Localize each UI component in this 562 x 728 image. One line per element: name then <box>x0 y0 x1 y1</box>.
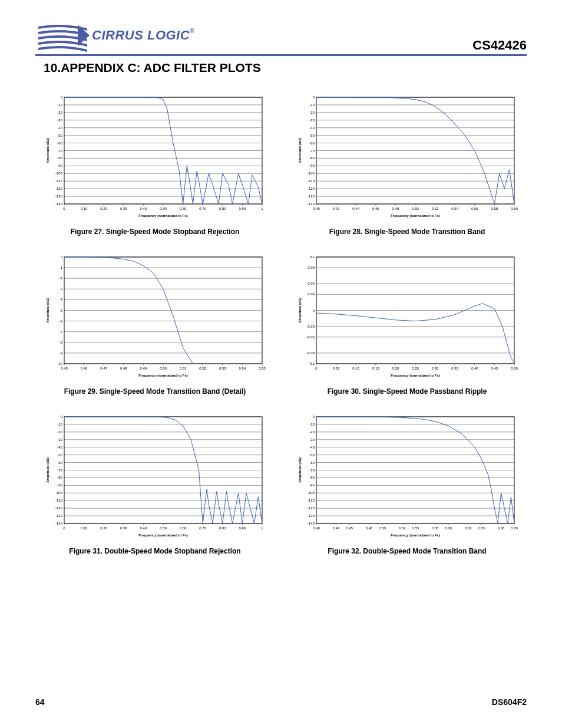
svg-text:0.80: 0.80 <box>219 526 226 530</box>
svg-text:Amplitude (dB): Amplitude (dB) <box>298 457 302 483</box>
svg-text:0.52: 0.52 <box>432 207 439 210</box>
svg-text:-50: -50 <box>309 134 315 137</box>
svg-text:0.50: 0.50 <box>160 526 167 530</box>
svg-text:Frequency (normalized to Fs): Frequency (normalized to Fs) <box>138 374 188 377</box>
svg-text:1: 1 <box>261 207 263 210</box>
svg-text:-50: -50 <box>57 453 62 457</box>
svg-text:-80: -80 <box>57 476 62 479</box>
svg-text:0.05: 0.05 <box>333 367 340 370</box>
svg-text:-10: -10 <box>57 103 62 107</box>
svg-text:0.42: 0.42 <box>333 207 340 210</box>
svg-text:-1: -1 <box>59 266 63 269</box>
svg-text:0.05: 0.05 <box>308 282 315 285</box>
figure-32-caption: Figure 32. Double-Speed Mode Transition … <box>289 547 525 555</box>
svg-text:-70: -70 <box>309 149 315 153</box>
svg-text:0.52: 0.52 <box>199 367 206 370</box>
svg-text:-90: -90 <box>309 483 315 487</box>
svg-text:0: 0 <box>61 95 63 99</box>
svg-text:0: 0 <box>63 207 65 210</box>
svg-text:-0.03: -0.03 <box>306 325 315 328</box>
svg-text:-140: -140 <box>308 202 315 206</box>
svg-text:-40: -40 <box>57 446 62 449</box>
svg-text:0.40: 0.40 <box>313 526 320 530</box>
svg-text:-10: -10 <box>57 362 62 365</box>
svg-text:0.80: 0.80 <box>219 207 226 210</box>
svg-text:-110: -110 <box>308 179 315 183</box>
svg-text:-10: -10 <box>57 423 62 426</box>
svg-text:0: 0 <box>61 255 63 259</box>
svg-text:0.44: 0.44 <box>352 207 359 210</box>
svg-text:-110: -110 <box>308 499 315 502</box>
figure-31: 0-10-20-30-40-50-60-70-80-90-100-110-120… <box>37 412 273 555</box>
svg-text:-30: -30 <box>57 438 62 442</box>
svg-text:0.10: 0.10 <box>352 367 359 370</box>
page-header: CIRRUS LOGIC® CS42426 <box>35 18 527 56</box>
svg-text:-60: -60 <box>57 461 62 465</box>
svg-text:-130: -130 <box>308 195 315 198</box>
svg-text:-80: -80 <box>309 476 315 479</box>
svg-text:0.60: 0.60 <box>180 526 187 530</box>
svg-text:-80: -80 <box>309 156 315 160</box>
svg-text:0.35: 0.35 <box>451 367 458 370</box>
svg-text:0.50: 0.50 <box>412 207 419 210</box>
doc-id: DS604F2 <box>492 697 527 707</box>
svg-text:0.1: 0.1 <box>310 255 315 259</box>
charts-grid: 0-10-20-30-40-50-60-70-80-90-100-110-120… <box>35 93 527 555</box>
svg-text:-50: -50 <box>309 453 315 457</box>
svg-text:-40: -40 <box>309 446 315 449</box>
figure-27-caption: Figure 27. Single-Speed Mode Stopband Re… <box>37 228 273 236</box>
svg-text:0.63: 0.63 <box>465 526 472 530</box>
svg-text:Amplitude (dB): Amplitude (dB) <box>46 457 49 483</box>
svg-text:-120: -120 <box>308 187 315 190</box>
svg-text:Amplitude (dB): Amplitude (dB) <box>46 138 49 163</box>
svg-text:0.46: 0.46 <box>81 367 88 370</box>
svg-text:0.08: 0.08 <box>308 266 315 269</box>
svg-text:0.54: 0.54 <box>239 367 246 370</box>
svg-text:0.65: 0.65 <box>478 526 485 530</box>
svg-text:-0.08: -0.08 <box>306 351 315 355</box>
svg-text:-100: -100 <box>308 491 315 495</box>
svg-text:-30: -30 <box>309 438 315 442</box>
svg-text:-120: -120 <box>55 187 63 190</box>
svg-text:0.51: 0.51 <box>180 367 187 370</box>
svg-text:-20: -20 <box>57 430 62 434</box>
figure-32: 0-10-20-30-40-50-60-70-80-90-100-110-120… <box>289 412 525 555</box>
svg-text:-130: -130 <box>308 514 315 518</box>
svg-text:0.45: 0.45 <box>61 367 68 370</box>
page-footer: 64 DS604F2 <box>35 697 527 707</box>
svg-text:-0.05: -0.05 <box>306 335 315 339</box>
svg-text:0.45: 0.45 <box>346 526 353 530</box>
svg-text:0: 0 <box>313 415 315 419</box>
svg-text:0.10: 0.10 <box>81 207 88 210</box>
svg-text:0.68: 0.68 <box>498 526 505 530</box>
svg-text:0.03: 0.03 <box>308 292 315 296</box>
svg-text:0.50: 0.50 <box>511 367 518 370</box>
figure-27: 0-10-20-30-40-50-60-70-80-90-100-110-120… <box>37 93 273 236</box>
svg-text:0.70: 0.70 <box>511 526 518 530</box>
svg-text:0.10: 0.10 <box>81 526 88 530</box>
figure-30: 0.10.080.050.030-0.03-0.05-0.08-0.100.05… <box>289 252 525 396</box>
svg-text:0.47: 0.47 <box>100 367 107 370</box>
svg-text:-10: -10 <box>309 103 315 107</box>
svg-text:-7: -7 <box>59 330 63 334</box>
svg-text:-40: -40 <box>57 126 62 130</box>
svg-text:0.45: 0.45 <box>491 367 498 370</box>
svg-text:0: 0 <box>313 95 315 99</box>
svg-text:-0.1: -0.1 <box>309 362 315 365</box>
figure-30-caption: Figure 30. Single-Speed Mode Passband Ri… <box>289 387 525 396</box>
svg-text:-5: -5 <box>59 309 63 312</box>
svg-text:0.60: 0.60 <box>180 207 187 210</box>
svg-text:-20: -20 <box>309 430 315 434</box>
svg-text:Frequency (normalized to Fs): Frequency (normalized to Fs) <box>138 533 188 537</box>
svg-text:0.58: 0.58 <box>432 526 439 530</box>
svg-text:Frequency (normalized to Fs): Frequency (normalized to Fs) <box>391 374 440 377</box>
svg-text:0.53: 0.53 <box>219 367 226 370</box>
svg-text:0.50: 0.50 <box>379 526 386 530</box>
svg-text:-80: -80 <box>57 156 62 160</box>
svg-text:0.55: 0.55 <box>259 367 266 370</box>
figure-28: 0-10-20-30-40-50-60-70-80-90-100-110-120… <box>289 93 525 236</box>
svg-text:0.70: 0.70 <box>199 526 206 530</box>
figure-31-caption: Figure 31. Double-Speed Mode Stopband Re… <box>37 547 273 555</box>
figure-29-caption: Figure 29. Single-Speed Mode Transition … <box>37 387 273 396</box>
svg-text:-30: -30 <box>57 118 62 122</box>
